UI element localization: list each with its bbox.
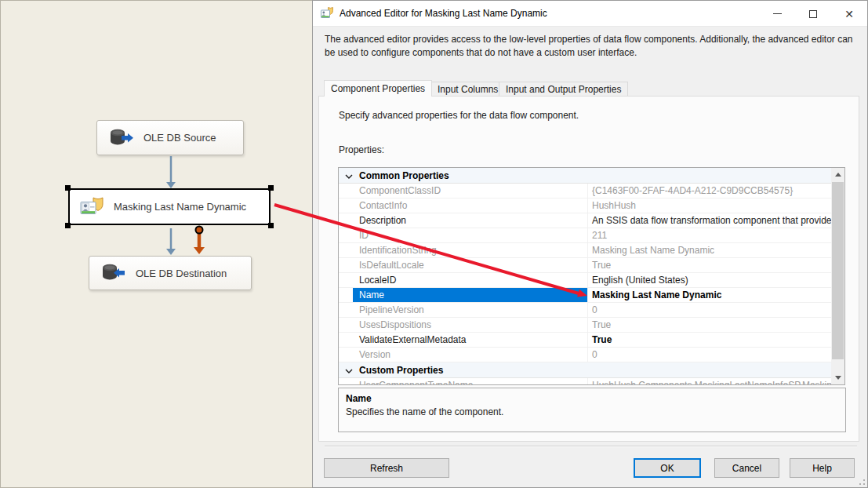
property-name: UsesDispositions (353, 318, 588, 332)
property-name: Description (353, 213, 588, 228)
help-button[interactable]: Help (790, 458, 855, 478)
property-value[interactable]: True (588, 318, 833, 332)
property-name: ValidateExternalMetadata (353, 333, 588, 347)
node-oledb-destination[interactable]: OLE DB Destination (89, 256, 252, 290)
panel-description: Specify advanced properties for the data… (339, 110, 579, 121)
property-name: IsDefaultLocale (353, 258, 588, 272)
row-gutter (339, 213, 353, 228)
node-masking-last-name-dynamic[interactable]: Masking Last Name Dynamic (68, 188, 271, 225)
row-gutter (339, 348, 353, 362)
dialog-intro-text: The advanced editor provides access to t… (325, 33, 864, 60)
row-gutter (339, 243, 353, 257)
close-icon: ✕ (844, 9, 854, 20)
property-row[interactable]: ComponentClassID {C1463F00-2FAF-4AD4-A21… (339, 184, 833, 198)
scroll-up-icon (835, 173, 841, 177)
selection-handle[interactable] (65, 185, 71, 191)
flow-connectors (1, 1, 313, 488)
chevron-down-icon[interactable] (339, 170, 359, 181)
row-gutter (339, 258, 353, 272)
selection-handle[interactable] (268, 185, 274, 191)
node-oledb-source[interactable]: OLE DB Source (96, 120, 244, 155)
chevron-down-icon[interactable] (339, 365, 359, 376)
row-gutter (339, 273, 353, 287)
properties-grid: Common Properties ComponentClassID {C146… (338, 167, 845, 385)
property-row[interactable]: PipelineVersion 0 (339, 303, 833, 318)
component-properties-panel: Specify advanced properties for the data… (318, 96, 859, 442)
scroll-up-button[interactable] (831, 168, 844, 181)
property-value[interactable]: Masking Last Name Dynamic (588, 288, 833, 302)
property-name: IdentificationString (353, 243, 588, 257)
property-name: PipelineVersion (353, 303, 588, 317)
tab-component-properties[interactable]: Component Properties (324, 80, 432, 97)
close-button[interactable]: ✕ (831, 1, 867, 27)
properties-grid-rows: Common Properties ComponentClassID {C146… (339, 168, 833, 385)
node-label: OLE DB Destination (136, 268, 227, 279)
row-gutter (339, 303, 353, 317)
row-gutter (339, 333, 353, 347)
property-row[interactable]: LocaleID English (United States) (339, 273, 833, 288)
maximize-icon (809, 10, 817, 18)
property-name: LocaleID (353, 273, 588, 287)
maximize-button[interactable] (795, 1, 831, 27)
property-value[interactable]: True (588, 258, 833, 272)
property-row[interactable]: UsesDispositions True (339, 318, 833, 333)
property-value[interactable]: 0 (588, 348, 833, 362)
dialog-title: Advanced Editor for Masking Last Name Dy… (340, 8, 547, 19)
row-gutter (339, 228, 353, 242)
property-value[interactable]: {C1463F00-2FAF-4AD4-A212-C9D9CCB54575} (588, 184, 833, 198)
property-value[interactable]: An SSIS data flow transformation compone… (588, 213, 833, 228)
oledb-destination-icon (100, 263, 125, 283)
node-label: Masking Last Name Dynamic (114, 201, 246, 213)
property-name: ID (353, 228, 588, 242)
scroll-down-icon (835, 376, 841, 380)
property-value[interactable]: HushHush.Components.MaskingLastNameInfoS… (588, 378, 833, 385)
ok-button[interactable]: OK (634, 458, 701, 478)
property-row[interactable]: Version 0 (339, 348, 833, 362)
advanced-editor-dialog: Advanced Editor for Masking Last Name Dy… (312, 0, 868, 488)
screenshot-root: OLE DB Source (0, 0, 868, 488)
node-label: OLE DB Source (143, 132, 216, 144)
refresh-button[interactable]: Refresh (324, 458, 449, 478)
cancel-button[interactable]: Cancel (714, 458, 779, 478)
minimize-button[interactable] (759, 1, 795, 27)
property-help-text: Specifies the name of the component. (346, 406, 838, 417)
dialog-titlebar[interactable]: Advanced Editor for Masking Last Name Dy… (313, 1, 867, 27)
property-row[interactable]: Description An SSIS data flow transforma… (339, 213, 833, 228)
row-gutter (339, 378, 353, 385)
property-row[interactable]: ID 211 (339, 228, 833, 243)
property-row[interactable]: IdentificationString Masking Last Name D… (339, 243, 833, 258)
tab-input-output-properties[interactable]: Input and Output Properties (499, 82, 628, 97)
tab-input-columns[interactable]: Input Columns (430, 82, 505, 97)
property-value[interactable]: English (United States) (588, 273, 833, 287)
row-gutter (339, 198, 353, 213)
property-row[interactable]: UserComponentTypeName HushHush.Component… (339, 378, 833, 385)
property-value[interactable]: True (588, 333, 833, 347)
property-group-label: Custom Properties (359, 365, 443, 376)
properties-label: Properties: (339, 144, 384, 155)
scroll-down-button[interactable] (831, 371, 844, 384)
property-name: ComponentClassID (353, 184, 588, 198)
property-row[interactable]: ValidateExternalMetadata True (339, 333, 833, 348)
property-group-header[interactable]: Common Properties (339, 168, 833, 184)
property-value[interactable]: Masking Last Name Dynamic (588, 243, 833, 257)
resize-grip[interactable] (855, 475, 865, 485)
row-gutter (339, 288, 353, 302)
scrollbar-thumb[interactable] (832, 182, 844, 359)
property-row[interactable]: Name Masking Last Name Dynamic (339, 288, 833, 303)
oledb-source-icon (107, 128, 133, 148)
property-row[interactable]: ContactInfo HushHush (339, 198, 833, 213)
property-help-box: Name Specifies the name of the component… (338, 388, 846, 432)
button-separator (325, 446, 857, 447)
property-row[interactable]: IsDefaultLocale True (339, 258, 833, 273)
advanced-editor-icon (321, 7, 333, 20)
minimize-icon (773, 13, 782, 14)
property-value[interactable]: 0 (588, 303, 833, 317)
property-value[interactable]: HushHush (588, 198, 833, 213)
property-group-header[interactable]: Custom Properties (339, 362, 833, 378)
grid-scrollbar[interactable] (831, 168, 844, 384)
selection-handle[interactable] (65, 223, 71, 228)
property-name: ContactInfo (353, 198, 588, 213)
masking-shield-icon (80, 196, 104, 217)
selection-handle[interactable] (268, 223, 274, 228)
property-value[interactable]: 211 (588, 228, 833, 242)
